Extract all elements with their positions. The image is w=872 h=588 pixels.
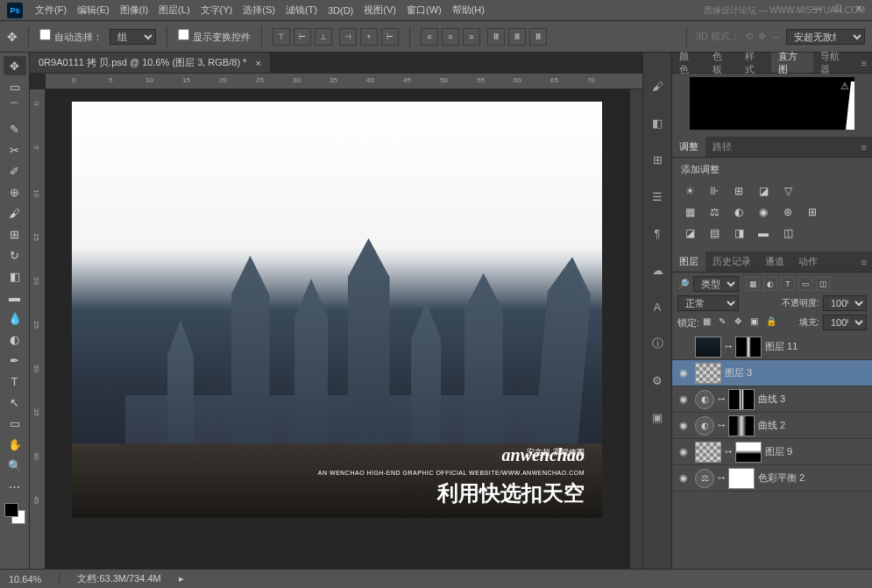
auto-select-checkbox[interactable]: 自动选择： [39, 29, 103, 44]
fill-input[interactable]: 100% [823, 315, 867, 330]
show-transform-checkbox[interactable]: 显示变换控件 [178, 29, 251, 44]
dist-hcenter-icon[interactable]: Ⅲ [508, 28, 526, 46]
filter-text-icon[interactable]: T [781, 277, 795, 291]
eraser-tool-icon[interactable]: ◧ [4, 266, 26, 286]
ruler-horizontal[interactable]: 0510152025303540455055606570 [46, 74, 642, 89]
layer-thumb[interactable]: ◐ [695, 390, 714, 409]
lock-pixels-icon[interactable]: ▦ [703, 316, 715, 329]
brightness-icon[interactable]: ☀ [681, 183, 698, 199]
panel-menu-icon[interactable]: ≡ [856, 142, 872, 152]
layer-thumb[interactable] [695, 363, 721, 384]
lookup-icon[interactable]: ⊞ [804, 204, 821, 220]
layer-name[interactable]: 图层 3 [725, 366, 868, 379]
layer-mask[interactable] [728, 415, 755, 436]
opacity-input[interactable]: 100% [823, 295, 867, 311]
foreground-color[interactable] [4, 503, 18, 517]
exposure-icon[interactable]: ◪ [755, 183, 772, 199]
selective-color-icon[interactable]: ◫ [779, 225, 797, 241]
align-hcenter-icon[interactable]: + [360, 28, 378, 46]
tab-navigator[interactable]: 导航器 [813, 53, 855, 73]
scrollbar-vertical[interactable] [630, 89, 642, 569]
orbit-3d-icon[interactable]: ⟲ [745, 31, 753, 42]
paragraph-icon[interactable]: ¶ [649, 224, 666, 242]
visibility-icon[interactable]: ◉ [676, 393, 691, 405]
mode3d-select[interactable]: 安超无敌组 [786, 29, 865, 45]
tab-histogram[interactable]: 直方图 [771, 53, 813, 73]
align-bottom-icon[interactable]: ⊥ [315, 28, 332, 46]
crop-tool-icon[interactable]: ✂ [4, 140, 26, 159]
menu-image[interactable]: 图像(I) [115, 4, 153, 17]
filter-search-icon[interactable]: 🔎 [677, 279, 690, 290]
move-tool-icon[interactable]: ✥ [4, 56, 26, 75]
shape-tool-icon[interactable]: ▭ [4, 414, 26, 433]
hue-icon[interactable]: ▦ [681, 204, 698, 220]
eyedropper-tool-icon[interactable]: ✐ [4, 161, 26, 181]
menu-window[interactable]: 窗口(W) [401, 4, 447, 17]
dist-vcenter-icon[interactable]: ≡ [442, 28, 459, 46]
slide-3d-icon[interactable]: ↔ [771, 32, 781, 42]
tab-swatches[interactable]: 色板 [705, 53, 739, 73]
status-arrow-icon[interactable]: ▸ [179, 573, 184, 584]
menu-filter[interactable]: 滤镜(T) [280, 4, 323, 17]
edit-toolbar-icon[interactable]: ⋯ [4, 477, 26, 496]
layer-thumb[interactable]: ⚖ [695, 469, 714, 488]
tab-styles[interactable]: 样式 [738, 53, 771, 73]
layer-name[interactable]: 图层 11 [765, 340, 868, 353]
menu-file[interactable]: 文件(F) [30, 4, 72, 17]
vibrance-icon[interactable]: ▽ [779, 183, 797, 199]
tab-color[interactable]: 颜色 [672, 53, 705, 73]
layer-mask[interactable] [735, 442, 762, 463]
zoom-tool-icon[interactable]: 🔍 [4, 456, 26, 475]
invert-icon[interactable]: ◪ [681, 225, 698, 241]
layer-name[interactable]: 曲线 3 [758, 393, 868, 406]
lock-position-icon[interactable]: ✎ [719, 316, 731, 329]
filter-smart-icon[interactable]: ◫ [816, 277, 830, 291]
gradient-map-icon[interactable]: ▬ [755, 225, 772, 241]
layer-thumb[interactable] [695, 442, 721, 463]
brush-presets-icon[interactable]: ◧ [649, 114, 666, 131]
blur-tool-icon[interactable]: 💧 [4, 308, 26, 328]
menu-select[interactable]: 选择(S) [237, 4, 280, 17]
tab-paths[interactable]: 路径 [705, 137, 739, 157]
maximize-icon[interactable]: ☐ [828, 2, 847, 15]
panel-menu-icon[interactable]: ≡ [856, 58, 872, 68]
visibility-icon[interactable]: ◉ [676, 420, 691, 431]
pan-3d-icon[interactable]: ✥ [758, 31, 766, 42]
layer-name[interactable]: 曲线 2 [758, 419, 868, 432]
layer-comps-icon[interactable]: ☰ [649, 188, 666, 205]
layer-name[interactable]: 图层 9 [765, 445, 868, 458]
threshold-icon[interactable]: ◨ [730, 225, 748, 241]
marquee-tool-icon[interactable]: ▭ [4, 77, 26, 96]
heal-tool-icon[interactable]: ⊕ [4, 182, 26, 202]
minimize-icon[interactable]: — [807, 2, 826, 15]
menu-type[interactable]: 文字(Y) [195, 4, 238, 17]
zoom-level[interactable]: 10.64% [9, 574, 41, 584]
auto-select-dropdown[interactable]: 组 [110, 29, 156, 45]
menu-help[interactable]: 帮助(H) [447, 4, 490, 17]
info-icon[interactable]: ⓘ [649, 335, 666, 352]
layer-row[interactable]: ◉ ◐ ⊶ 曲线 3 [672, 386, 872, 413]
lasso-tool-icon[interactable]: ⌒ [4, 98, 26, 117]
visibility-icon[interactable]: ◉ [676, 446, 691, 457]
close-icon[interactable]: ✕ [849, 2, 868, 15]
tab-adjustments[interactable]: 调整 [672, 137, 705, 157]
tab-channels[interactable]: 通道 [758, 251, 791, 272]
hand-tool-icon[interactable]: ✋ [4, 435, 26, 454]
brush-panel-icon[interactable]: 🖌 [649, 77, 666, 95]
document-tab[interactable]: 0R9A0111 拷 贝.psd @ 10.6% (图层 3, RGB/8) *… [30, 53, 270, 74]
character-icon[interactable]: A [649, 298, 666, 315]
stamp-tool-icon[interactable]: ⊞ [4, 224, 26, 244]
layer-name[interactable]: 色彩平衡 2 [758, 471, 868, 485]
dist-bottom-icon[interactable]: ≡ [463, 28, 480, 46]
dist-right-icon[interactable]: Ⅲ [529, 28, 547, 46]
dodge-tool-icon[interactable]: ◐ [4, 329, 26, 349]
layer-thumb[interactable]: ◐ [695, 416, 714, 436]
align-left-icon[interactable]: ⊣ [339, 28, 357, 46]
text-tool-icon[interactable]: T [4, 372, 26, 391]
brush-tool-icon[interactable]: 🖌 [4, 203, 26, 223]
layer-row[interactable]: ◉ 图层 3 [672, 360, 872, 386]
layer-mask[interactable] [735, 337, 762, 358]
photo-filter-icon[interactable]: ◉ [755, 204, 772, 220]
layer-row[interactable]: ⊶ 图层 11 [672, 334, 872, 360]
history-brush-tool-icon[interactable]: ↻ [4, 245, 26, 265]
